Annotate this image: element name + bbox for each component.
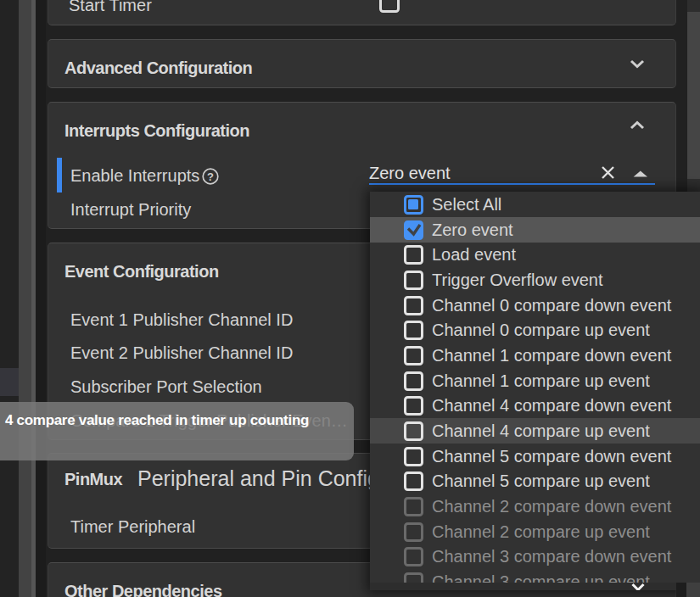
svg-text:?: ? [207,170,214,183]
